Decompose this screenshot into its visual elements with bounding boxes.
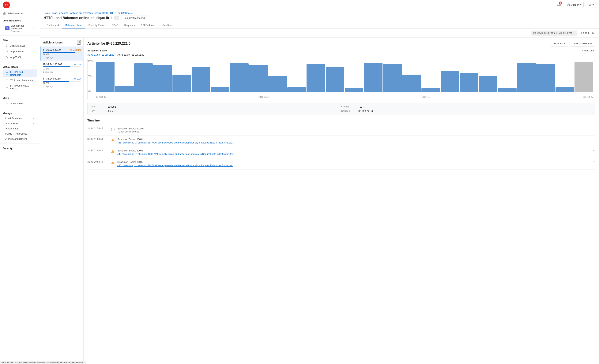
timeline-desc-2[interactable]: 442 non-existing url attempts, 1008 WAF … xyxy=(117,153,234,156)
user-card-1[interactable]: IP-34.94.166.167 Low 71.5% 2 days ago xyxy=(40,61,83,75)
threat-dot-1 xyxy=(74,64,76,65)
x-label-1: 23:00 30 Jul xyxy=(258,96,269,98)
load-balancers-title: Load Balancers xyxy=(3,19,37,22)
user-ip-0: IP-35.229.221.0 xyxy=(43,48,61,51)
support-button[interactable]: Support ▾ xyxy=(565,2,584,8)
svg-point-4 xyxy=(590,4,591,5)
sidebar-item-tcp-load-balancers[interactable]: TCP Load Balancers xyxy=(3,78,37,83)
bar-9 xyxy=(268,76,287,92)
timeline-expand-2[interactable] xyxy=(592,149,595,152)
sidebar-item-virtual-host-manage[interactable]: Virtual Host xyxy=(3,121,37,126)
user-time-2: 2 days ago xyxy=(43,85,81,87)
sidebar-item-http-connect[interactable]: HTTP Connect & DRPs xyxy=(3,83,37,91)
bar-2 xyxy=(134,63,153,92)
tab-requests[interactable]: Requests xyxy=(121,22,138,28)
sidebar-item-app-traffic[interactable]: App Traffic xyxy=(3,54,37,60)
x-label-2: 4:33 31 Jul xyxy=(421,96,431,98)
bar-21 xyxy=(498,88,517,92)
breadcrumb-webapp[interactable]: webapp-api-protection xyxy=(70,12,93,14)
svg-line-28 xyxy=(79,43,80,43)
x-labels: 17:26 30 Jul 23:00 30 Jul 4:33 31 Jul 10… xyxy=(96,96,593,98)
threat-badge-2: Low xyxy=(74,78,81,80)
sidebar-item-virtual-sites[interactable]: Virtual Sites xyxy=(3,126,37,131)
notification-button[interactable]: 5 xyxy=(556,1,562,8)
user-ip-1: IP-34.94.166.167 xyxy=(43,63,62,66)
monitoring-dropdown-button[interactable]: Security Monitoring xyxy=(122,16,150,20)
title-section: Home › Load Balancers › webapp-api-prote… xyxy=(40,10,599,29)
timeline-expand-3[interactable] xyxy=(592,161,595,164)
user-button[interactable]: ▾ xyxy=(587,2,596,8)
malicious-search-button[interactable] xyxy=(77,40,81,45)
breadcrumb: Home › Load Balancers › webapp-api-prote… xyxy=(44,12,595,14)
breadcrumb-home[interactable]: Home xyxy=(44,12,50,14)
add-to-allow-list-button[interactable]: Add To Allow List xyxy=(570,41,595,46)
tab-dashboard[interactable]: Dashboard xyxy=(44,22,62,28)
date-tab-2[interactable]: 30 Jul 12:00 - 31 Jul 11:59 xyxy=(117,53,144,56)
user-ip-2: IP-35.246.60.68 xyxy=(43,77,61,80)
namespace-item[interactable]: W webapp-api-protection Namespace xyxy=(3,23,37,33)
svg-rect-5 xyxy=(3,12,4,13)
timeline-score-1: Suspicion Score: 100% xyxy=(117,138,590,141)
timeline-item-0: 31 Jul 11:58:44 Suspicion Score: 97.3% 1… xyxy=(87,125,595,136)
hide-chart-button[interactable]: Hide Chart xyxy=(581,49,595,52)
timeline-desc-1[interactable]: 386 non-existing url attempts, 897 WAF s… xyxy=(117,141,233,144)
timeline-icon-warning-3 xyxy=(111,161,115,165)
breadcrumb-load-balancers[interactable]: Load Balancers xyxy=(52,12,68,14)
logo[interactable]: F5 xyxy=(3,1,10,8)
bar-5 xyxy=(192,67,210,92)
sidebar-item-http-load-balancers[interactable]: HTTP Load Balancers xyxy=(3,69,37,78)
action-buttons: Block user Add To Allow List xyxy=(550,41,595,46)
tab-malicious-users[interactable]: Malicious Users xyxy=(62,22,86,28)
namespace-sub: Namespace xyxy=(11,30,32,32)
detail-title: Activity for IP-35.229.221.0 xyxy=(87,42,131,45)
svg-point-37 xyxy=(113,152,113,152)
timeline-score-3: Suspicion Score: 100% xyxy=(117,161,590,163)
date-tab-1[interactable]: 30 Jul 11:59 - 31 Jul 11:59 xyxy=(87,53,114,56)
manage-title: Manage xyxy=(3,112,37,115)
info-asn: ASN 396982 xyxy=(91,105,341,108)
tab-security-events[interactable]: Security Events xyxy=(85,22,108,28)
tab-ddos[interactable]: DDoS xyxy=(109,22,121,28)
tab-realtime[interactable]: Realtime xyxy=(159,22,175,28)
timeline-item-2: 31 Jul 11:03:44 Suspicion Score: 100% 44… xyxy=(87,147,595,158)
svg-rect-16 xyxy=(6,72,8,74)
bar-11 xyxy=(307,64,325,92)
refresh-button[interactable]: Refresh xyxy=(580,31,595,35)
main-layout: Select service Load Balancers W webapp-a… xyxy=(0,10,599,364)
sidebar-item-app-site-map[interactable]: App Site Map xyxy=(3,43,37,49)
threat-dot-2 xyxy=(74,78,76,79)
svg-rect-22 xyxy=(6,86,8,88)
time-selector-button[interactable]: 30 Jul 12:00PM to 31 Jul 11:59AM xyxy=(531,31,577,35)
malicious-panel-header: Malicious Users xyxy=(40,40,83,46)
detail-panel: Activity for IP-35.229.221.0 Block user … xyxy=(84,38,599,364)
sidebar-item-public-ip[interactable]: Public IP Addresses xyxy=(3,131,37,136)
title-dropdown-button[interactable] xyxy=(114,16,119,20)
x-label-3: 10:06 31 Jul xyxy=(583,96,593,98)
timeline-icon-warning-1 xyxy=(111,138,115,142)
breadcrumb-http-lb[interactable]: HTTP Load Balancers xyxy=(110,12,132,14)
timeline-time-3: 31 Jul 10:58:44 xyxy=(87,161,108,163)
detail-header: Activity for IP-35.229.221.0 Block user … xyxy=(87,41,595,46)
user-time-0: 2 days ago xyxy=(43,56,81,59)
breadcrumb-virtual-hosts[interactable]: Virtual Hosts xyxy=(95,12,108,14)
svg-rect-8 xyxy=(3,13,4,14)
namespace-name: webapp-api-protection xyxy=(11,24,32,30)
sites-section: Sites App Site Map App Site List App Tra… xyxy=(0,37,40,61)
svg-rect-19 xyxy=(6,79,8,81)
sidebar-item-app-site-list[interactable]: App Site List xyxy=(3,49,37,54)
tab-api-endpoints[interactable]: API Endpoints xyxy=(138,22,159,28)
timeline-expand-1[interactable] xyxy=(592,138,595,141)
timeline-desc-3[interactable]: 430 non-existing url attempts, 994 WAF s… xyxy=(117,164,233,167)
select-service-dropdown[interactable]: Select service xyxy=(0,10,40,17)
sidebar-item-load-balancers-manage[interactable]: Load Balancers xyxy=(3,116,37,121)
sidebar-item-alerts-management[interactable]: Alerts Management xyxy=(3,136,37,141)
bar-12 xyxy=(326,67,344,92)
sidebar-item-service-mesh[interactable]: Service Mesh xyxy=(3,101,37,106)
user-card-0[interactable]: IP-35.229.221.0 Medium 84.4% 2 days ago xyxy=(40,46,83,61)
user-card-2[interactable]: IP-35.246.60.68 Low 68.6% 2 days ago xyxy=(40,75,83,89)
block-user-button[interactable]: Block user xyxy=(550,41,568,46)
bar-6 xyxy=(211,87,229,92)
mesh-section: Mesh Service Mesh xyxy=(0,94,40,107)
bar-24 xyxy=(555,87,574,92)
timeline-item-3: 31 Jul 10:58:44 Suspicion Score: 100% 43… xyxy=(87,158,595,170)
